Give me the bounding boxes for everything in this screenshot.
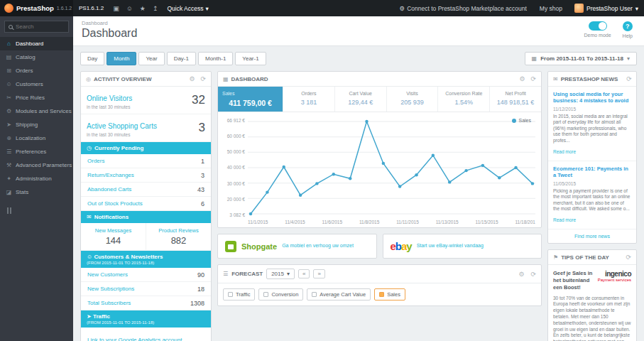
refresh-icon[interactable]: ⟳	[626, 254, 631, 261]
forecast-panel-header: ☰ FORECAST 2015 ▾ « » ⚙ ⟳	[218, 265, 541, 283]
people-icon: ☺	[87, 254, 92, 260]
sidebar-item[interactable]: ⊕ Localization	[0, 131, 73, 145]
online-visitors-link[interactable]: Online Visitors	[87, 94, 132, 102]
kpi-tile[interactable]: Cart Value 129,44 €	[335, 87, 387, 112]
y-axis-labels: 66 912 €60 000 €50 000 €40 000 €30 000 €…	[222, 118, 248, 217]
kpi-tile[interactable]: Net Profit 148 918,51 €	[490, 87, 541, 112]
forecast-metric-chip[interactable]: Sales	[374, 288, 405, 301]
sidebar-item[interactable]: ▤ Catalog	[0, 50, 73, 64]
filter-row: Day Month Year Day-1 Month-1 Year-1 ▦ Fr…	[80, 52, 637, 65]
gear-icon[interactable]: ⚙	[518, 271, 524, 278]
news-list: Using social media for your business: 4 …	[548, 87, 636, 229]
article-title-link[interactable]: Using social media for your business: 4 …	[553, 91, 631, 104]
quick-access-menu[interactable]: Quick Access ▾	[167, 5, 208, 12]
gear-icon[interactable]: ⚙	[189, 75, 195, 82]
my-shop-link[interactable]: My shop	[540, 5, 562, 12]
active-carts-sub: in the last 30 minutes	[87, 132, 157, 137]
forecast-year-select[interactable]: 2015 ▾	[266, 269, 295, 279]
forecast-next-button[interactable]: »	[313, 269, 324, 278]
menu-icon: ⚙	[6, 108, 12, 114]
sidebar-item-label: Preferences	[16, 148, 46, 155]
x-tick-label: 11/6/2015	[322, 220, 342, 224]
refresh-icon[interactable]: ⟳	[530, 75, 536, 82]
notification-cell[interactable]: New Messages 144	[81, 223, 146, 250]
row-value: 3	[201, 172, 204, 179]
row-link[interactable]: New Subscriptions	[87, 286, 134, 292]
marketplace-connect-link[interactable]: ⚙ Connect to PrestaShop Marketplace acco…	[400, 5, 527, 12]
collapse-sidebar-button[interactable]	[7, 207, 66, 214]
panel-title: ACTIVITY OVERVIEW	[94, 76, 152, 82]
period-button[interactable]: Month	[107, 52, 136, 65]
customers-newsletters-header: ☺ Customers & Newsletters (FROM 2015-11-…	[81, 251, 211, 268]
gear-icon[interactable]: ⚙	[519, 75, 525, 82]
prestashop-logo[interactable]: PrestaShop 1.6.1.2	[0, 0, 73, 16]
refresh-icon[interactable]: ⟳	[626, 75, 632, 82]
toggle-switch[interactable]	[589, 21, 607, 31]
notification-cell[interactable]: Product Reviews 882	[146, 223, 211, 250]
kpi-tile[interactable]: Visits 205 939	[387, 87, 439, 112]
y-tick-label: 3 082 €	[222, 212, 248, 217]
find-more-news-link[interactable]: Find more news	[548, 229, 636, 243]
google-analytics-link[interactable]: Link to your Google Analytics account	[87, 337, 182, 341]
period-button[interactable]: Day	[80, 52, 104, 65]
sidebar-item[interactable]: ⌂ Dashboard	[0, 37, 73, 50]
x-tick-label: 11/15/2015	[476, 220, 498, 224]
cart-icon[interactable]: ▣	[113, 5, 119, 12]
active-carts-link[interactable]: Active Shopping Carts	[87, 122, 157, 130]
search-input[interactable]	[16, 23, 64, 30]
row-link[interactable]: Total Subscribers	[87, 300, 131, 306]
list-item: New Customers 90	[81, 268, 211, 282]
row-link[interactable]: Abandoned Carts	[87, 186, 131, 193]
chart-legend[interactable]: Sales	[512, 118, 531, 123]
row-link[interactable]: Return/Exchanges	[87, 172, 134, 178]
row-link[interactable]: Orders	[87, 158, 104, 164]
sidebar-search[interactable]	[4, 21, 69, 33]
list-item: Out of Stock Products 6	[81, 197, 211, 211]
refresh-icon[interactable]: ⟳	[200, 75, 206, 82]
sidebar-item-label: Administration	[16, 175, 52, 182]
period-button[interactable]: Month-1	[198, 52, 233, 65]
sidebar-item[interactable]: ☺ Customers	[0, 77, 73, 91]
row-link[interactable]: New Customers	[87, 271, 128, 278]
read-more-link[interactable]: Read more	[553, 149, 576, 154]
sidebar-item[interactable]: ✦ Administration	[0, 172, 73, 185]
sidebar-item[interactable]: ⚙ Modules and Services	[0, 104, 73, 118]
article-title-link[interactable]: Ecommerce 101: Payments in a Tweet	[553, 166, 631, 179]
read-more-link[interactable]: Read more	[553, 217, 576, 222]
period-button[interactable]: Day-1	[167, 52, 196, 65]
shopgate-ad[interactable]: Shopgate Ga mobiel en verhoog uw omzet	[217, 234, 377, 259]
row-link[interactable]: Out of Stock Products	[87, 200, 143, 207]
upload-icon[interactable]: ↥	[153, 5, 158, 12]
forecast-metric-chip[interactable]: Average Cart Value	[307, 288, 371, 301]
list-item: Total Subscribers 1308	[81, 296, 211, 310]
ebay-ad[interactable]: ebay Start uw eBay-winkel vandaag	[383, 234, 542, 259]
shopgate-ad-link[interactable]: Ga mobiel en verhoog uw omzet	[282, 243, 354, 249]
period-button[interactable]: Year	[138, 52, 164, 65]
kpi-label: Cart Value	[337, 91, 385, 96]
ebay-ad-link[interactable]: Start uw eBay-winkel vandaag	[417, 243, 484, 249]
panel-title: PRESTASHOP NEWS	[561, 76, 618, 82]
demo-mode-toggle[interactable]: Demo mode	[584, 21, 611, 38]
forecast-metric-chip[interactable]: Conversion	[258, 288, 303, 301]
period-button[interactable]: Year-1	[235, 52, 266, 65]
kpi-tile[interactable]: Sales 411 759,00 €	[218, 87, 283, 112]
refresh-icon[interactable]: ⟳	[530, 271, 536, 278]
date-range-button[interactable]: ▦ From 2015-11-01 To 2015-11-18 ▾	[525, 52, 637, 65]
breadcrumb[interactable]: Dashboard	[82, 20, 635, 26]
sidebar-item[interactable]: ⊞ Orders	[0, 64, 73, 77]
forecast-prev-button[interactable]: «	[298, 269, 310, 278]
forecast-metric-chip[interactable]: Traffic	[223, 288, 255, 301]
sidebar-item[interactable]: ➤ Shipping	[0, 118, 73, 131]
sidebar-item[interactable]: ✂ Price Rules	[0, 91, 73, 104]
star-icon[interactable]: ★	[140, 5, 146, 12]
legend-dot-icon	[512, 119, 516, 123]
customers-icon[interactable]: ☺	[126, 5, 133, 12]
sidebar-item[interactable]: ☰ Preferences	[0, 145, 73, 158]
chevron-down-icon: ▾	[627, 55, 630, 62]
help-button[interactable]: ? Help	[623, 21, 633, 38]
sidebar-item[interactable]: ⚒ Advanced Parameters	[0, 158, 73, 172]
kpi-tile[interactable]: Conversion Rate 1.54%	[438, 87, 490, 112]
user-menu[interactable]: PrestaShop User ▾	[574, 4, 638, 13]
sidebar-item[interactable]: ◪ Stats	[0, 185, 73, 199]
kpi-tile[interactable]: Orders 3 181	[283, 87, 335, 112]
